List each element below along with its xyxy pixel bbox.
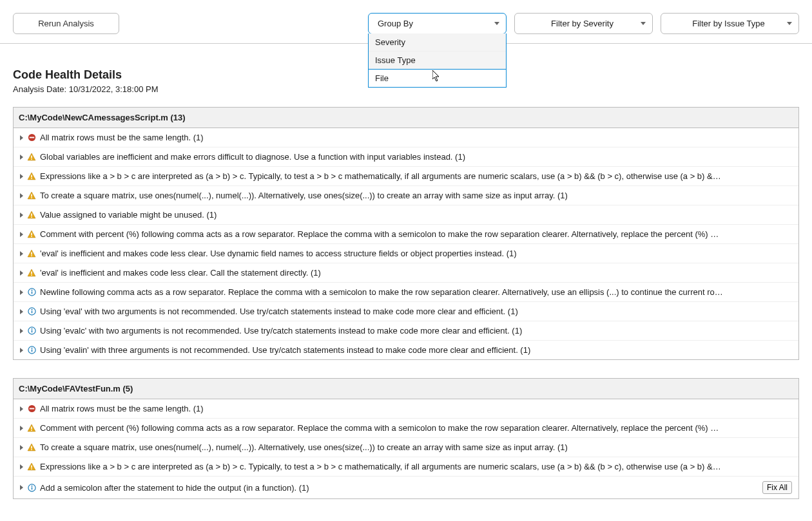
svg-rect-18 [31, 292, 32, 294]
issue-row[interactable]: Using 'eval' with two arguments is not r… [14, 302, 798, 321]
groupby-label: Group By [378, 19, 413, 28]
info-icon [27, 307, 36, 316]
issue-row[interactable]: Comment with percent (%) following comma… [14, 419, 798, 438]
expand-arrow-icon[interactable] [20, 406, 23, 412]
svg-rect-3 [31, 158, 32, 160]
groupby-select[interactable]: Group By Severity Issue Type File [368, 13, 507, 34]
svg-point-37 [31, 485, 32, 486]
filter-severity-select[interactable]: Filter by Severity [514, 13, 653, 34]
expand-arrow-icon[interactable] [20, 348, 23, 353]
groupby-dropdown: Severity Issue Type File [368, 33, 507, 88]
issue-row[interactable]: Using 'evalc' with two arguments is not … [14, 321, 798, 341]
expand-arrow-icon[interactable] [20, 270, 23, 276]
issue-row[interactable]: Expressions like a > b > c are interpret… [14, 167, 798, 186]
issue-row[interactable]: 'eval' is inefficient and makes code les… [14, 263, 798, 283]
warn-icon [27, 230, 36, 239]
warn-icon [27, 211, 36, 220]
rerun-analysis-button[interactable]: Rerun Analysis [13, 13, 119, 34]
issue-text: Expressions like a > b > c are interpret… [40, 462, 792, 471]
svg-rect-4 [31, 175, 32, 177]
issue-row[interactable]: Value assigned to variable might be unus… [14, 205, 798, 225]
warn-icon [27, 462, 36, 471]
svg-rect-7 [31, 197, 32, 198]
expand-arrow-icon[interactable] [20, 232, 23, 237]
issue-text: Comment with percent (%) following comma… [40, 423, 792, 433]
expand-arrow-icon[interactable] [20, 155, 23, 160]
svg-rect-8 [31, 213, 32, 216]
expand-arrow-icon[interactable] [20, 213, 23, 218]
expand-arrow-icon[interactable] [20, 174, 23, 179]
issue-text: Newline following comma acts as a row se… [40, 287, 792, 297]
error-icon [27, 133, 36, 142]
svg-rect-11 [31, 236, 32, 237]
issue-text: Using 'eval' with two arguments is not r… [40, 307, 792, 316]
svg-rect-34 [31, 465, 32, 468]
issue-row[interactable]: All matrix rows must be the same length.… [14, 399, 798, 419]
issue-text: Add a semicolon after the statement to h… [40, 483, 753, 493]
chevron-down-icon [641, 22, 646, 25]
expand-arrow-icon[interactable] [20, 485, 23, 490]
warn-icon [27, 269, 36, 278]
svg-rect-15 [31, 274, 32, 276]
info-icon [27, 327, 36, 336]
expand-arrow-icon[interactable] [20, 251, 23, 256]
svg-rect-21 [31, 311, 32, 314]
issue-text: All matrix rows must be the same length.… [40, 133, 792, 142]
issue-row[interactable]: Global variables are inefficient and mak… [14, 147, 798, 167]
file-group-header[interactable]: C:\MyCode\FAVtestFun.m (5) [14, 379, 798, 399]
groupby-option-severity[interactable]: Severity [369, 33, 506, 52]
svg-rect-31 [31, 430, 32, 431]
expand-arrow-icon[interactable] [20, 135, 23, 140]
expand-arrow-icon[interactable] [20, 426, 23, 431]
svg-rect-32 [31, 446, 32, 448]
issue-row[interactable]: Add a semicolon after the statement to h… [14, 477, 798, 498]
svg-rect-30 [31, 426, 32, 429]
issue-text: Using 'evalc' with two arguments is not … [40, 326, 792, 336]
svg-rect-38 [31, 487, 32, 489]
issue-row[interactable]: Using 'evalin' with three arguments is n… [14, 341, 798, 359]
warn-icon [27, 424, 36, 433]
info-icon [27, 346, 36, 355]
filter-issuetype-select[interactable]: Filter by Issue Type [661, 13, 799, 34]
content-area: Code Health Details Analysis Date: 10/31… [0, 44, 812, 521]
svg-rect-33 [31, 449, 32, 450]
svg-rect-14 [31, 271, 32, 274]
file-group-header[interactable]: C:\MyCode\NewCAmessagesScript.m (13) [14, 108, 798, 128]
svg-rect-6 [31, 194, 32, 196]
svg-point-17 [31, 290, 32, 291]
fix-all-button[interactable]: Fix All [762, 481, 792, 494]
expand-arrow-icon[interactable] [20, 309, 23, 314]
expand-arrow-icon[interactable] [20, 193, 23, 198]
groupby-option-file[interactable]: File [368, 69, 507, 88]
svg-point-26 [31, 348, 32, 349]
expand-arrow-icon[interactable] [20, 445, 23, 450]
issue-text: Global variables are inefficient and mak… [40, 152, 792, 162]
toolbar: Rerun Analysis Group By Severity Issue T… [0, 0, 812, 44]
filter-severity-label: Filter by Severity [524, 19, 641, 28]
issue-row[interactable]: Expressions like a > b > c are interpret… [14, 457, 798, 477]
issue-row[interactable]: Comment with percent (%) following comma… [14, 225, 798, 244]
issue-text: To create a square matrix, use ones(nume… [40, 442, 792, 452]
info-icon [27, 288, 36, 297]
svg-rect-24 [31, 330, 32, 333]
issue-row[interactable]: 'eval' is inefficient and makes code les… [14, 244, 798, 263]
issue-text: All matrix rows must be the same length.… [40, 404, 792, 413]
warn-icon [27, 172, 36, 181]
expand-arrow-icon[interactable] [20, 328, 23, 334]
issue-text: 'eval' is inefficient and makes code les… [40, 268, 792, 278]
file-group: C:\MyCode\FAVtestFun.m (5)All matrix row… [13, 378, 799, 499]
issue-text: Using 'evalin' with three arguments is n… [40, 345, 792, 355]
issue-text: Comment with percent (%) following comma… [40, 229, 792, 239]
issue-row[interactable]: To create a square matrix, use ones(nume… [14, 438, 798, 457]
issue-row[interactable]: All matrix rows must be the same length.… [14, 128, 798, 147]
svg-rect-27 [31, 350, 32, 352]
expand-arrow-icon[interactable] [20, 464, 23, 469]
error-icon [27, 404, 36, 413]
chevron-down-icon [494, 22, 499, 25]
svg-point-20 [31, 309, 32, 310]
issue-row[interactable]: To create a square matrix, use ones(nume… [14, 186, 798, 205]
issue-row[interactable]: Newline following comma acts as a row se… [14, 283, 798, 302]
groupby-option-issuetype[interactable]: Issue Type [369, 52, 506, 70]
expand-arrow-icon[interactable] [20, 290, 23, 295]
issue-text: To create a square matrix, use ones(nume… [40, 191, 792, 200]
